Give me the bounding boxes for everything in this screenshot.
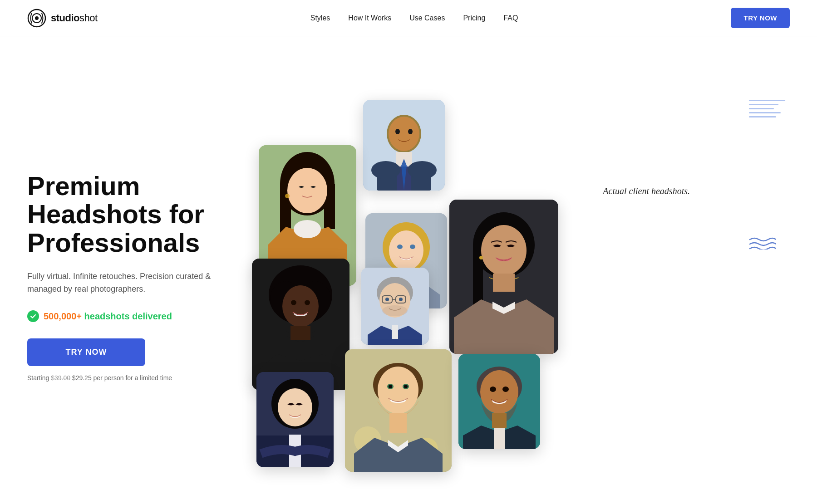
svg-point-65 <box>404 385 408 388</box>
svg-point-69 <box>480 370 518 414</box>
svg-rect-45 <box>392 325 398 339</box>
svg-point-33 <box>291 300 296 305</box>
logo[interactable]: studioshot <box>27 9 98 28</box>
hero-subtitle: Fully virtual. Infinite retouches. Preci… <box>27 270 218 296</box>
headshot-asian-woman-bottom <box>256 372 334 467</box>
svg-point-64 <box>389 385 392 388</box>
deco-line-2 <box>749 104 778 105</box>
photo-grid: Actual client headshots. <box>245 64 790 472</box>
svg-point-2 <box>35 16 39 20</box>
svg-point-24 <box>389 230 423 270</box>
badge-text: 500,000+ headshots delivered <box>44 311 172 322</box>
logo-icon <box>27 9 46 28</box>
header: studioshot Styles How It Works Use Cases… <box>0 0 817 36</box>
headshot-man-suit <box>363 100 445 191</box>
svg-point-7 <box>408 129 413 134</box>
svg-point-19 <box>287 168 327 213</box>
svg-point-25 <box>397 245 403 249</box>
header-try-now-button[interactable]: TRY NOW <box>731 8 790 28</box>
nav-use-cases[interactable]: Use Cases <box>409 14 445 22</box>
logo-text: studioshot <box>51 12 98 24</box>
svg-point-5 <box>389 117 419 151</box>
svg-point-13 <box>408 161 437 179</box>
deco-waves <box>749 236 776 250</box>
deco-line-5 <box>749 116 776 117</box>
hero-try-now-button[interactable]: TRY NOW <box>27 338 145 366</box>
hero-left: Premium Headshots for Professionals Full… <box>27 154 245 382</box>
svg-point-34 <box>305 300 310 305</box>
svg-point-70 <box>490 387 496 392</box>
hero-badge: 500,000+ headshots delivered <box>27 310 245 322</box>
deco-line-1 <box>749 100 785 101</box>
svg-rect-35 <box>290 326 310 340</box>
svg-rect-66 <box>389 413 407 433</box>
svg-point-12 <box>371 161 400 179</box>
main-nav: Styles How It Works Use Cases Pricing FA… <box>310 14 518 22</box>
pricing-note: Starting $39.00 $29.25 per person for a … <box>27 374 245 382</box>
svg-point-42 <box>385 298 389 301</box>
svg-point-32 <box>282 285 319 327</box>
deco-line-3 <box>749 108 774 109</box>
deco-line-4 <box>749 112 781 113</box>
nav-how-it-works[interactable]: How It Works <box>348 14 391 22</box>
svg-rect-51 <box>493 274 515 292</box>
hero-title: Premium Headshots for Professionals <box>27 172 245 257</box>
original-price: $39.00 <box>51 374 70 382</box>
current-price: $29.25 <box>72 374 92 382</box>
svg-rect-73 <box>492 413 507 428</box>
client-label: Actual client headshots. <box>603 186 690 196</box>
headshot-older-man-glasses <box>361 268 429 345</box>
svg-point-21 <box>294 220 321 238</box>
svg-point-71 <box>502 387 509 392</box>
headshot-south-asian-man <box>458 354 540 449</box>
hero-section: Premium Headshots for Professionals Full… <box>0 36 817 490</box>
svg-rect-72 <box>494 425 505 449</box>
headshot-white-man <box>345 349 452 472</box>
badge-suffix: headshots delivered <box>82 311 172 321</box>
headshot-black-woman <box>252 259 349 390</box>
svg-point-26 <box>410 245 415 249</box>
check-icon <box>27 310 39 322</box>
nav-pricing[interactable]: Pricing <box>463 14 485 22</box>
hero-right: Actual client headshots. <box>245 64 790 472</box>
badge-number: 500,000+ <box>44 311 82 321</box>
svg-point-49 <box>481 225 527 276</box>
svg-point-61 <box>378 367 418 414</box>
svg-point-44 <box>382 305 408 316</box>
svg-point-6 <box>395 129 400 134</box>
svg-point-50 <box>479 256 483 259</box>
svg-point-56 <box>278 388 312 426</box>
nav-styles[interactable]: Styles <box>310 14 330 22</box>
nav-faq[interactable]: FAQ <box>503 14 518 22</box>
deco-lines <box>749 100 785 117</box>
svg-point-43 <box>399 298 403 301</box>
svg-point-20 <box>285 194 290 198</box>
headshot-south-asian-woman <box>449 200 558 354</box>
